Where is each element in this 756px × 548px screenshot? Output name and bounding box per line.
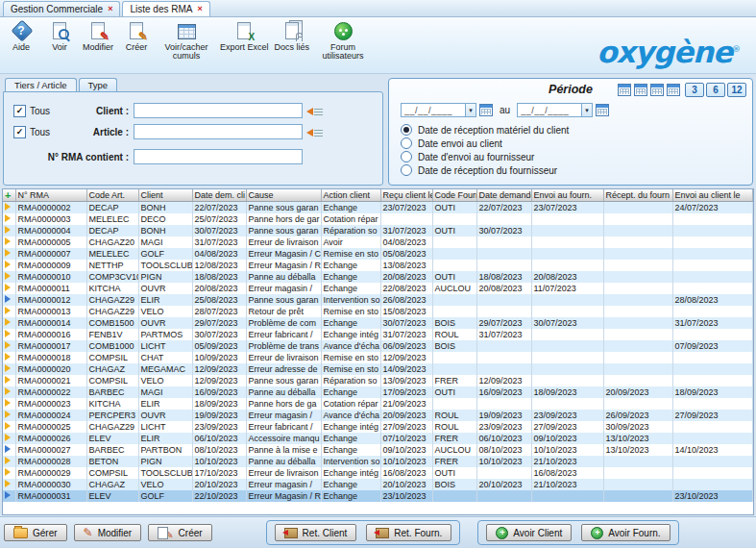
mini-calendar-icon[interactable] [618, 84, 631, 96]
column-header[interactable]: Cause [246, 189, 321, 202]
table-cell: 13/10/2023 [603, 433, 672, 444]
table-row[interactable]: RMA0000017COMB1000LICHT05/09/2023Problèm… [3, 340, 753, 352]
docs-lies-button[interactable]: Docs liés [272, 20, 313, 52]
export-excel-button[interactable]: XExport Excel [217, 20, 272, 52]
avoir-fourn-button[interactable]: Avoir Fourn. [581, 524, 670, 541]
table-row[interactable]: RMA0000007MELELECGOLF04/08/2023Erreur Ma… [3, 248, 753, 260]
table-cell: 28/07/2023 [192, 306, 246, 317]
table-cell [603, 271, 672, 283]
table-row[interactable]: RMA0000027BARBECPARTBON08/10/2023Panne à… [3, 444, 753, 456]
table-cell: Remise en sto [321, 363, 380, 375]
avoir-client-button[interactable]: Avoir Client [486, 524, 572, 541]
table-row[interactable]: RMA0000028BETONPIGN10/10/2023Panne au dé… [3, 456, 753, 467]
column-header[interactable]: Code Fourn. [432, 189, 476, 202]
table-row[interactable]: RMA0000002DECAPBONH22/07/2023Panne sous … [3, 202, 753, 214]
radio-date-reception-materiel-client[interactable]: Date de réception matériel du client [401, 123, 752, 137]
date-to-input[interactable]: __/__/____ [517, 103, 582, 117]
table-cell: LICHT [138, 421, 192, 433]
creer-button[interactable]: ✎Créer [117, 20, 156, 52]
column-header[interactable]: Récept. du fourn [603, 189, 672, 202]
table-row[interactable]: RMA0000013CHAGAZ29VELO28/07/2023Retour d… [3, 306, 753, 317]
add-row-icon[interactable]: + [5, 189, 11, 201]
table-cell [672, 433, 753, 444]
article-lookup-icon[interactable] [306, 126, 324, 138]
date-from-calendar-icon[interactable] [479, 104, 493, 116]
tab-liste-des-rma[interactable]: Liste des RMA × [122, 1, 209, 16]
tab-tiers-article[interactable]: Tiers / Article [5, 78, 77, 91]
table-row[interactable]: RMA0000030CHAGAZVELO20/10/2023Erreur mag… [3, 479, 753, 490]
client-lookup-icon[interactable] [306, 105, 324, 117]
period-3-months-button[interactable]: 3 [685, 83, 704, 97]
ret-fourn-button[interactable]: Ret. Fourn. [366, 524, 451, 541]
table-row[interactable]: RMA0000020CHAGAZMEGAMAC12/09/2023Erreur … [3, 363, 753, 375]
table-row[interactable]: RMA0000023KITCHAELIR18/09/2023Panne hors… [3, 398, 753, 410]
period-6-months-button[interactable]: 6 [706, 83, 725, 97]
modifier-button[interactable]: ✎Modifier [74, 524, 142, 541]
table-cell: Echange [321, 202, 380, 214]
close-tab-icon[interactable]: × [197, 5, 202, 13]
modifier-button[interactable]: ✎Modifier [79, 20, 117, 52]
table-row[interactable]: RMA0000011KITCHAOUVR20/08/2023Erreur mag… [3, 283, 753, 294]
table-row[interactable]: RMA0000021COMPSILVELO12/09/2023Panne sou… [3, 375, 753, 386]
column-header[interactable]: N° RMA [15, 189, 86, 202]
voir-button[interactable]: Voir [40, 20, 79, 52]
rma-input[interactable] [134, 149, 303, 164]
aide-button[interactable]: ?Aide [2, 20, 40, 52]
close-tab-icon[interactable]: × [108, 5, 112, 13]
table-row[interactable]: RMA0000014COMB1500OUVR29/07/2023Problème… [3, 317, 753, 329]
table-cell [432, 294, 476, 306]
voir-cacher-cumuls-button[interactable]: Voir/cacher cumuls [156, 20, 217, 62]
table-row[interactable]: RMA0000016FENB1VPARTMOS30/07/2023Erreur … [3, 329, 753, 340]
table-cell: 18/08/2023 [192, 271, 246, 283]
date-to-calendar-icon[interactable] [596, 104, 609, 116]
column-header[interactable]: Envoi au fourn. [531, 189, 603, 202]
tab-type[interactable]: Type [79, 78, 118, 91]
table-cell: MELELEC [86, 213, 138, 225]
mini-calendar-icon[interactable] [650, 84, 664, 96]
column-header[interactable]: Client [138, 189, 192, 202]
table-row[interactable]: RMA0000012CHAGAZ29ELIR25/08/2023Panne so… [3, 294, 753, 306]
tous-article-checkbox[interactable]: ✓Tous [13, 126, 69, 138]
table-row[interactable]: RMA0000003MELELECDECO25/07/2023Panne hor… [3, 213, 753, 225]
date-from-input[interactable]: __/__/____ [401, 103, 466, 117]
column-header[interactable]: Envoi au client le [672, 189, 753, 202]
column-header[interactable]: Reçu client le [380, 189, 432, 202]
table-row[interactable]: RMA0000009NETTHPTOOLSCLUB12/08/2023Erreu… [3, 260, 753, 271]
tous-client-checkbox[interactable]: ✓Tous [13, 105, 69, 117]
table-cell [603, 340, 672, 352]
column-header[interactable]: Date demande [476, 189, 531, 202]
table-cell: Réparation so [321, 225, 380, 237]
date-to-dropdown-icon[interactable]: ▾ [582, 103, 593, 117]
gerer-button[interactable]: Gérer [4, 524, 67, 541]
radio-date-envoi-client[interactable]: Date envoi au client [401, 137, 752, 150]
table-row[interactable]: RMA0000025CHAGAZ29LICHT23/09/2023Erreur … [3, 421, 753, 433]
mini-calendar-icon[interactable] [667, 84, 680, 96]
table-cell [603, 329, 672, 340]
table-row[interactable]: RMA0000004DECAPBONH30/07/2023Panne sous … [3, 225, 753, 237]
ret-client-button[interactable]: Ret. Client [275, 524, 357, 541]
column-header[interactable]: Action client [321, 189, 380, 202]
column-header[interactable]: Date dem. cli [192, 189, 246, 202]
date-from-dropdown-icon[interactable]: ▾ [466, 103, 476, 117]
article-input[interactable] [134, 124, 303, 139]
mini-calendar-icon[interactable] [634, 84, 647, 96]
creer-button[interactable]: ✎Créer [148, 524, 211, 541]
table-cell: Intervention so [321, 456, 380, 467]
tab-gestion-commerciale[interactable]: Gestion Commerciale × [3, 1, 120, 16]
forum-utilisateurs-button[interactable]: Forum utilisateurs [312, 20, 374, 62]
table-cell: Erreur de livraison [246, 467, 321, 479]
row-flag-icon [5, 422, 12, 430]
table-row[interactable]: RMA0000026ELEVELIR06/10/2023Accessoire m… [3, 433, 753, 444]
column-header[interactable]: Code Art. [86, 189, 138, 202]
table-row[interactable]: RMA0000010COMP3CV10PIGN18/08/2023Panne a… [3, 271, 753, 283]
table-row[interactable]: RMA0000018COMPSILCHAT10/09/2023Erreur de… [3, 352, 753, 363]
table-row[interactable]: RMA0000022BARBECMAGI16/09/2023Panne au d… [3, 386, 753, 398]
table-row[interactable]: RMA0000005CHAGAZ20MAGI31/07/2023Erreur d… [3, 237, 753, 248]
radio-date-envoi-fournisseur[interactable]: Date d'envoi au fournisseur [401, 150, 752, 163]
table-row[interactable]: RMA0000029COMPSILTOOLSCLUB17/10/2023Erre… [3, 467, 753, 479]
table-row[interactable]: RMA0000031ELEVGOLF22/10/2023Erreur Magas… [3, 490, 753, 502]
table-row[interactable]: RMA0000024PERCPER3OUVR19/09/2023Erreur m… [3, 410, 753, 421]
period-12-months-button[interactable]: 12 [727, 83, 746, 97]
radio-date-reception-fournisseur[interactable]: Date de réception du fournisseur [401, 163, 752, 177]
client-input[interactable] [134, 103, 303, 118]
